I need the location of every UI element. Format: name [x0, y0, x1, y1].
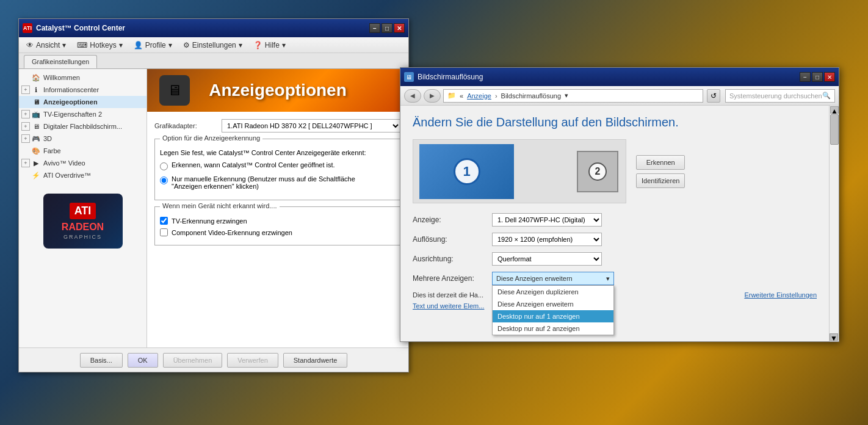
- avivo-expand[interactable]: +: [21, 159, 30, 167]
- detection-desc: Legen Sie fest, wie Catalyst™ Control Ce…: [160, 149, 396, 156]
- menu-hilfe[interactable]: ❓ Hilfe ▾: [248, 39, 291, 51]
- einstellungen-chevron: ▾: [239, 41, 242, 49]
- mehrere-dropdown-container: Diese Anzeigen erweitern ▾ Diese Anzeige…: [492, 272, 614, 285]
- sidebar-item-overdrive[interactable]: ⚡ ATI Overdrive™: [19, 169, 146, 181]
- basis-button[interactable]: Basis...: [80, 353, 123, 368]
- display-main: Ändern Sie die Darstellung auf den Bilds…: [400, 106, 839, 341]
- dropdown-option-nur1[interactable]: Desktop nur auf 1 anzeigen: [493, 310, 613, 322]
- catalyst-close-btn[interactable]: ✕: [394, 23, 405, 33]
- ok-button[interactable]: OK: [128, 353, 158, 368]
- mehrere-select-display[interactable]: Diese Anzeigen erweitern ▾: [492, 272, 614, 285]
- aufloesung-select[interactable]: 1920 × 1200 (empfohlen): [492, 233, 602, 246]
- sidebar-item-digitaler-flach[interactable]: + 🖥 Digitaler Flachbildschirm...: [19, 120, 146, 133]
- menu-einstellungen[interactable]: ⚙ Einstellungen ▾: [178, 39, 247, 51]
- checkbox-component: Component Video-Erkennung erzwingen: [160, 228, 396, 236]
- avivo-icon: ▶: [31, 158, 41, 168]
- sidebar-item-informationscenter[interactable]: + ℹ Informationscenter: [19, 84, 146, 96]
- scroll-up-arrow[interactable]: ▲: [830, 106, 839, 114]
- standardwerte-button[interactable]: Standardwerte: [283, 353, 348, 368]
- nav-forward-btn[interactable]: ▶: [424, 89, 441, 103]
- search-box[interactable]: Systemsteuerung durchsuchen 🔍: [725, 89, 835, 103]
- menu-ansicht[interactable]: 👁 Ansicht ▾: [21, 39, 71, 51]
- mehrere-row: Mehrere Anzeigen: Diese Anzeigen erweite…: [413, 272, 817, 285]
- monitor-2-badge: 2: [588, 162, 607, 181]
- forward-arrow-icon: ▶: [430, 92, 435, 99]
- radio-detect-open[interactable]: [160, 162, 168, 170]
- catalyst-maximize-btn[interactable]: □: [382, 23, 392, 33]
- catalyst-main-content: 🏠 Willkommen + ℹ Informationscenter 🖥 An…: [19, 69, 408, 347]
- checkbox-tv: TV-Erkennung erzwingen: [160, 217, 396, 225]
- refresh-icon: ↺: [711, 92, 717, 100]
- catalyst-right-panel: 🖥 Anzeigeoptionen Grafikadapter: 1.ATI R…: [147, 69, 408, 347]
- refresh-btn[interactable]: ↺: [707, 89, 720, 103]
- digitaler-expand[interactable]: +: [21, 122, 30, 131]
- anzeigeoptionen-icon: 🖥: [31, 97, 41, 107]
- bottom-info-row: Dies ist derzeit die Ha... Erweiterte Ei…: [413, 291, 817, 299]
- display-maximize-btn[interactable]: □: [812, 72, 823, 82]
- 3d-expand[interactable]: +: [21, 134, 30, 143]
- catalyst-app-icon: ATI: [23, 23, 32, 33]
- scroll-down-arrow[interactable]: ▼: [830, 333, 838, 341]
- address-bar[interactable]: 📁 « Anzeige › Bildschirmauflösung ▾: [443, 89, 703, 103]
- monitor-preview-box: 1 2: [413, 139, 626, 203]
- display-minimize-btn[interactable]: −: [800, 72, 811, 82]
- sidebar-item-3d[interactable]: + 🎮 3D: [19, 133, 146, 145]
- text-link-row: Text und weitere Elem...: [413, 302, 817, 310]
- verwerfen-button[interactable]: Verwerfen: [227, 353, 278, 368]
- breadcrumb-anzeige[interactable]: Anzeige: [467, 92, 491, 100]
- detection-group-title: Option für die Anzeigeerkennung: [160, 134, 262, 142]
- menu-profile[interactable]: 👤 Profile ▾: [129, 39, 177, 51]
- display-scrollbar[interactable]: ▲ ▼: [829, 106, 839, 341]
- catalyst-window: ATI Catalyst™ Control Center − □ ✕ 👁 Ans…: [18, 18, 409, 372]
- dropdown-option-nur2[interactable]: Desktop nur auf 2 anzeigen: [493, 322, 613, 335]
- catalyst-minimize-btn[interactable]: −: [369, 23, 380, 33]
- uebernehmen-button[interactable]: Übernehmen: [163, 353, 223, 368]
- sidebar-item-tv-eigenschaften[interactable]: + 📺 TV-Eigenschaften 2: [19, 108, 146, 120]
- digitaler-icon: 🖥: [31, 122, 41, 131]
- sidebar-item-willkommen[interactable]: 🏠 Willkommen: [19, 71, 146, 84]
- 3d-icon: 🎮: [31, 134, 41, 143]
- dropdown-option-erweitern[interactable]: Diese Anzeigen erweitern: [493, 298, 613, 310]
- hotkeys-chevron: ▾: [119, 41, 123, 49]
- search-icon: 🔍: [822, 92, 831, 100]
- hilfe-icon: ❓: [253, 41, 262, 49]
- radio-detect-manual[interactable]: [160, 176, 168, 184]
- catalyst-window-controls: − □ ✕: [369, 23, 405, 33]
- display-close-btn[interactable]: ✕: [824, 72, 835, 82]
- ausrichtung-select[interactable]: Querformat: [492, 252, 602, 266]
- search-placeholder: Systemsteuerung durchsuchen: [729, 92, 822, 100]
- checkbox-tv-erkennung[interactable]: [160, 217, 168, 225]
- monitor-1-badge: 1: [454, 158, 480, 185]
- sidebar-item-anzeigeoptionen[interactable]: 🖥 Anzeigeoptionen: [19, 96, 146, 108]
- detection-group: Option für die Anzeigeerkennung Legen Si…: [154, 139, 401, 200]
- tv-eigenschaften-expand[interactable]: +: [21, 110, 30, 118]
- catalyst-bottom-bar: Basis... OK Übernehmen Verwerfen Standar…: [19, 347, 408, 372]
- scroll-thumb[interactable]: [830, 114, 839, 145]
- monitor-2-display[interactable]: 2: [577, 151, 618, 192]
- erweiterte-settings-link[interactable]: Erweiterte Einstellungen: [744, 291, 817, 299]
- monitor-1-display[interactable]: 1: [419, 144, 514, 199]
- catalyst-tabbar: Grafikeinstellungen: [19, 53, 408, 69]
- informationscenter-expand[interactable]: +: [21, 85, 30, 94]
- menu-hotkeys[interactable]: ⌨ Hotkeys ▾: [72, 39, 127, 51]
- breadcrumb-dropdown-icon[interactable]: ▾: [565, 92, 568, 100]
- display-content: Ändern Sie die Darstellung auf den Bilds…: [400, 106, 829, 341]
- text-elements-link[interactable]: Text und weitere Elem...: [413, 302, 484, 310]
- dropdown-option-duplizieren[interactable]: Diese Anzeigen duplizieren: [493, 286, 613, 298]
- adapter-row: Grafikadapter: 1.ATI Radeon HD 3870 X2 […: [154, 119, 401, 133]
- identifizieren-button[interactable]: Identifizieren: [636, 173, 685, 188]
- informationscenter-icon: ℹ: [31, 85, 41, 95]
- ausrichtung-label: Ausrichtung:: [413, 255, 492, 263]
- anzeige-select[interactable]: 1. Dell 2407WFP-HC (Digital): [492, 213, 602, 227]
- sidebar-item-avivo[interactable]: + ▶ Avivo™ Video: [19, 157, 146, 169]
- checkbox-component-video[interactable]: [160, 228, 168, 236]
- graphics-text: GRAPHICS: [63, 234, 102, 240]
- back-arrow-icon: ◀: [410, 92, 415, 99]
- erkennen-button[interactable]: Erkennen: [636, 155, 685, 170]
- adapter-select[interactable]: 1.ATI Radeon HD 3870 X2 [ DELL2407WFPHC …: [222, 119, 401, 133]
- tab-grafikeinstellungen[interactable]: Grafikeinstellungen: [24, 55, 97, 68]
- nav-back-btn[interactable]: ◀: [404, 89, 421, 103]
- panel-header: 🖥 Anzeigeoptionen: [147, 69, 408, 112]
- catalyst-sidebar: 🏠 Willkommen + ℹ Informationscenter 🖥 An…: [19, 69, 147, 347]
- sidebar-item-farbe[interactable]: 🎨 Farbe: [19, 145, 146, 157]
